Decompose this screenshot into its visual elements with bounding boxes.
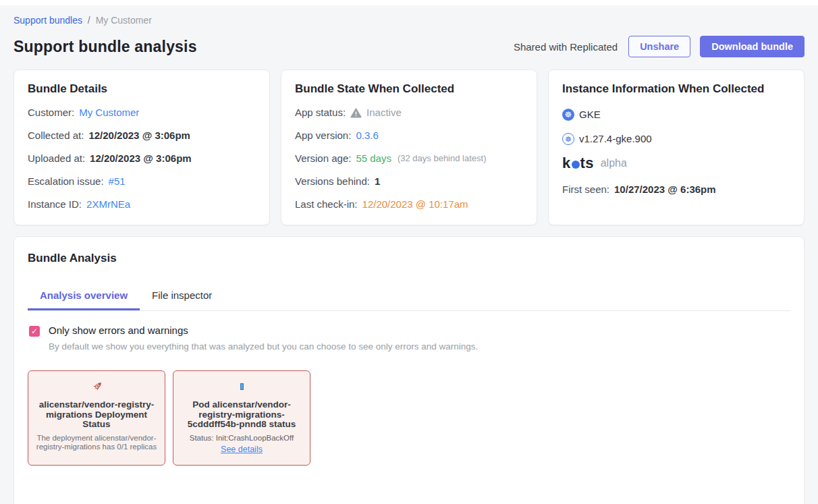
rocket-icon xyxy=(35,379,158,394)
error-card-message: The deployment alicenstar/vendor-registr… xyxy=(35,434,158,452)
error-card-message: Status: Init:CrashLoopBackOff xyxy=(180,434,303,443)
collected-at-row: Collected at: 12/20/2023 @ 3:06pm xyxy=(28,130,256,142)
uploaded-at-value: 12/20/2023 @ 3:06pm xyxy=(90,152,192,165)
distribution-value: GKE xyxy=(579,109,601,121)
bundle-analysis-title: Bundle Analysis xyxy=(28,252,790,265)
tab-file-inspector[interactable]: File inspector xyxy=(140,283,224,310)
last-checkin-label: Last check-in: xyxy=(295,198,358,211)
escalation-issue-link[interactable]: #51 xyxy=(109,175,126,188)
app-version-link[interactable]: 0.3.6 xyxy=(356,130,378,142)
bundle-state-title: Bundle State When Collected xyxy=(295,82,523,96)
customer-link[interactable]: My Customer xyxy=(79,107,139,119)
kots-logo: kts xyxy=(562,155,594,172)
instance-id-link[interactable]: 2XMrNEa xyxy=(86,198,130,211)
version-age-note: (32 days behind latest) xyxy=(398,152,487,165)
k8s-version-row: ☸ v1.27.4-gke.900 xyxy=(562,133,790,145)
filter-description: By default we show you everything that w… xyxy=(49,341,478,352)
app-status-value: Inactive xyxy=(366,107,402,119)
instance-id-label: Instance ID: xyxy=(28,198,82,211)
breadcrumb: Support bundles / My Customer xyxy=(13,15,805,26)
bundle-state-card: Bundle State When Collected App status: … xyxy=(281,69,537,225)
page-header: Support bundle analysis Shared with Repl… xyxy=(13,36,805,57)
kots-logo-dot-icon xyxy=(572,161,580,169)
errors-warnings-filter: ✓ Only show errors and warnings By defau… xyxy=(28,325,790,352)
kubernetes-distribution-icon: ☸ xyxy=(562,109,574,121)
collected-at-value: 12/20/2023 @ 3:06pm xyxy=(88,130,190,142)
customer-row: Customer: My Customer xyxy=(28,107,256,119)
escalation-issue-row: Escalation issue: #51 xyxy=(28,175,256,188)
analysis-tabs: Analysis overview File inspector xyxy=(28,283,790,311)
uploaded-at-label: Uploaded at: xyxy=(28,152,85,165)
kots-row: kts alpha xyxy=(562,155,790,172)
first-seen-row: First seen: 10/27/2023 @ 6:36pm xyxy=(562,184,790,196)
analysis-error-card-pod-status[interactable]: Pod alicenstar/vendor-registry-migration… xyxy=(173,370,310,466)
kubernetes-version-icon: ☸ xyxy=(562,133,574,145)
last-checkin-value: 12/20/2023 @ 10:17am xyxy=(362,198,468,211)
distribution-row: ☸ GKE xyxy=(562,109,790,121)
header-actions: Shared with Replicated Unshare Download … xyxy=(514,36,805,57)
collected-at-label: Collected at: xyxy=(28,130,84,142)
app-status-label: App status: xyxy=(295,107,346,119)
version-age-value: 55 days xyxy=(356,152,391,165)
page-title: Support bundle analysis xyxy=(13,38,197,56)
breadcrumb-separator: / xyxy=(88,15,90,26)
info-cards-row: Bundle Details Customer: My Customer Col… xyxy=(13,69,805,225)
see-details-link[interactable]: See details xyxy=(221,445,263,454)
versions-behind-label: Versions behind: xyxy=(295,175,370,188)
version-age-row: Version age: 55 days (32 days behind lat… xyxy=(295,152,523,165)
version-age-label: Version age: xyxy=(295,152,351,165)
last-checkin-row: Last check-in: 12/20/2023 @ 10:17am xyxy=(295,198,523,211)
download-bundle-button[interactable]: Download bundle xyxy=(700,36,805,57)
bundle-details-card: Bundle Details Customer: My Customer Col… xyxy=(13,69,270,225)
app-version-label: App version: xyxy=(295,130,351,142)
errors-warnings-checkbox[interactable]: ✓ xyxy=(29,326,40,337)
app-version-row: App version: 0.3.6 xyxy=(295,130,523,142)
page: Support bundles / My Customer Support bu… xyxy=(0,15,818,504)
shared-status-text: Shared with Replicated xyxy=(514,41,618,53)
versions-behind-value: 1 xyxy=(375,175,380,188)
instance-info-title: Instance Information When Collected xyxy=(562,82,790,96)
instance-info-card: Instance Information When Collected ☸ GK… xyxy=(548,69,805,225)
first-seen-label: First seen: xyxy=(562,184,609,196)
tab-analysis-overview[interactable]: Analysis overview xyxy=(28,283,140,310)
instance-id-row: Instance ID: 2XMrNEa xyxy=(28,198,256,211)
analysis-error-card-deployment[interactable]: alicenstar/vendor-registry-migrations De… xyxy=(28,370,165,466)
app-status-row: App status: Inactive xyxy=(295,107,523,119)
bundle-details-title: Bundle Details xyxy=(28,82,256,96)
filter-text-block: Only show errors and warnings By default… xyxy=(49,325,478,352)
uploaded-at-row: Uploaded at: 12/20/2023 @ 3:06pm xyxy=(28,152,256,165)
error-card-title: alicenstar/vendor-registry-migrations De… xyxy=(35,400,158,430)
filter-label: Only show errors and warnings xyxy=(49,325,478,336)
analysis-results: alicenstar/vendor-registry-migrations De… xyxy=(28,370,790,466)
k8s-version-value: v1.27.4-gke.900 xyxy=(579,133,652,145)
top-nav-edge xyxy=(0,0,818,5)
kots-channel: alpha xyxy=(601,157,627,169)
customer-label: Customer: xyxy=(28,107,74,119)
kots-logo-ts: ts xyxy=(580,155,594,172)
bundle-analysis-card: Bundle Analysis Analysis overview File i… xyxy=(13,236,805,504)
pod-status-icon xyxy=(180,379,303,394)
error-card-title: Pod alicenstar/vendor-registry-migration… xyxy=(180,400,303,430)
breadcrumb-link-support-bundles[interactable]: Support bundles xyxy=(13,15,82,26)
unshare-button[interactable]: Unshare xyxy=(628,36,690,57)
first-seen-value: 10/27/2023 @ 6:36pm xyxy=(614,184,716,196)
breadcrumb-current: My Customer xyxy=(96,15,152,26)
escalation-issue-label: Escalation issue: xyxy=(28,175,104,188)
versions-behind-row: Versions behind: 1 xyxy=(295,175,523,188)
kots-logo-k: k xyxy=(562,155,571,172)
warning-icon xyxy=(350,108,362,118)
